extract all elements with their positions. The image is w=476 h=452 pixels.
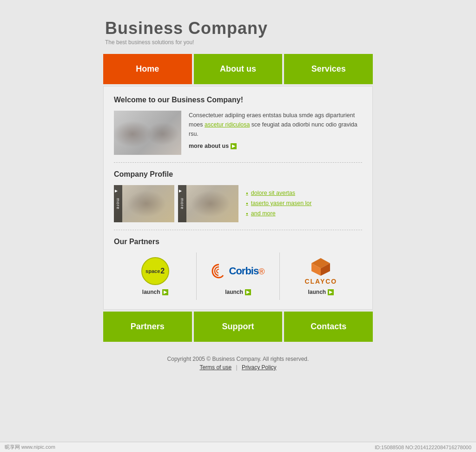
more-about-arrow-icon: ▶ <box>231 143 237 149</box>
site-subtitle: The best business solutions for you! <box>105 39 373 46</box>
nav-about-button[interactable]: About us <box>194 54 283 84</box>
clayco-logo: CLAYCO <box>304 257 337 285</box>
footer-links: Terms of use | Privacy Policy <box>103 364 373 371</box>
profile-images: more more <box>114 185 238 222</box>
partners-title: Our Partners <box>114 238 362 246</box>
corbis-text: Corbis <box>229 265 259 277</box>
nav-services-button[interactable]: Services <box>284 54 373 84</box>
corbis-logo-icon: Corbis® <box>212 264 265 279</box>
clayco-cube-icon <box>310 257 332 277</box>
terms-link[interactable]: Terms of use <box>199 364 231 371</box>
copyright-text: Copyright 2005 © Business Company. All r… <box>103 356 373 362</box>
footer: Copyright 2005 © Business Company. All r… <box>103 356 373 385</box>
footer-separator: | <box>236 364 237 371</box>
corbis-logo: Corbis® <box>212 257 265 285</box>
profile-link-1[interactable]: dolore sit avertas <box>246 190 311 196</box>
corbis-launch-icon: ▶ <box>245 289 251 295</box>
space2-launch[interactable]: launch ▶ <box>142 289 168 295</box>
welcome-title: Welcome to our Business Company! <box>114 96 362 104</box>
watermark-bar: 昵享网 www.nipic.com ID:15088508 NO:2014122… <box>0 442 476 452</box>
clayco-logo-icon: CLAYCO <box>304 257 337 285</box>
more-about-link[interactable]: more about us ▶ <box>189 141 237 151</box>
main-content: Welcome to our Business Company! Consect… <box>103 86 373 310</box>
welcome-link[interactable]: ascetur ridiculosa <box>205 121 250 128</box>
profile-link-2[interactable]: taserto yaser masen lor <box>246 200 311 206</box>
divider-2 <box>114 230 362 230</box>
clayco-launch[interactable]: launch ▶ <box>308 289 334 295</box>
nav-home-button[interactable]: Home <box>103 54 192 84</box>
space2-launch-label: launch <box>142 289 160 295</box>
welcome-section: Welcome to our Business Company! Consect… <box>114 96 362 155</box>
bottom-nav: Partners Support Contacts <box>103 312 373 342</box>
nav-support-button[interactable]: Support <box>194 312 283 342</box>
partner-space2: space2 launch ▶ <box>114 253 197 300</box>
divider-1 <box>114 162 362 163</box>
profile-thumb-2: more <box>178 185 238 222</box>
clayco-launch-label: launch <box>308 289 326 295</box>
space2-logo: space2 <box>141 257 169 285</box>
space2-launch-icon: ▶ <box>162 289 168 295</box>
space2-logo-icon: space2 <box>141 257 169 285</box>
partners-grid: space2 launch ▶ <box>114 253 362 300</box>
profile-link-3[interactable]: and more <box>246 210 311 217</box>
profile-thumb-1: more <box>114 185 174 222</box>
clayco-launch-icon: ▶ <box>328 289 334 295</box>
corbis-launch-label: launch <box>225 289 243 295</box>
site-header: Business Company The best business solut… <box>103 19 373 46</box>
profile-title: Company Profile <box>114 170 362 179</box>
profile-body: more more dolore sit avertas taserto yas… <box>114 185 362 222</box>
welcome-text: Consectetuer adipiing eraes entstas bulu… <box>189 111 362 155</box>
watermark-right: ID:15088508 NO:20141222084716278000 <box>375 445 471 450</box>
welcome-image <box>114 111 181 155</box>
more-tab-1[interactable]: more <box>114 185 122 222</box>
partners-section: Our Partners space2 launch ▶ <box>114 238 362 300</box>
corbis-launch[interactable]: launch ▶ <box>225 289 251 295</box>
nav-contacts-button[interactable]: Contacts <box>284 312 373 342</box>
welcome-body: Consectetuer adipiing eraes entstas bulu… <box>114 111 362 155</box>
profile-links: dolore sit avertas taserto yaser masen l… <box>246 185 311 217</box>
watermark-left: 昵享网 www.nipic.com <box>5 444 55 451</box>
corbis-spiral-icon <box>212 264 226 279</box>
nav-partners-button[interactable]: Partners <box>103 312 192 342</box>
clayco-text: CLAYCO <box>304 278 337 285</box>
partner-clayco: CLAYCO launch ▶ <box>280 253 362 300</box>
site-title: Business Company <box>105 19 373 38</box>
top-nav: Home About us Services <box>103 54 373 84</box>
more-tab-2[interactable]: more <box>178 185 186 222</box>
profile-section: Company Profile more more dolore sit ave… <box>114 170 362 222</box>
privacy-link[interactable]: Privacy Policy <box>242 364 277 371</box>
partner-corbis: Corbis® launch ▶ <box>197 253 279 300</box>
